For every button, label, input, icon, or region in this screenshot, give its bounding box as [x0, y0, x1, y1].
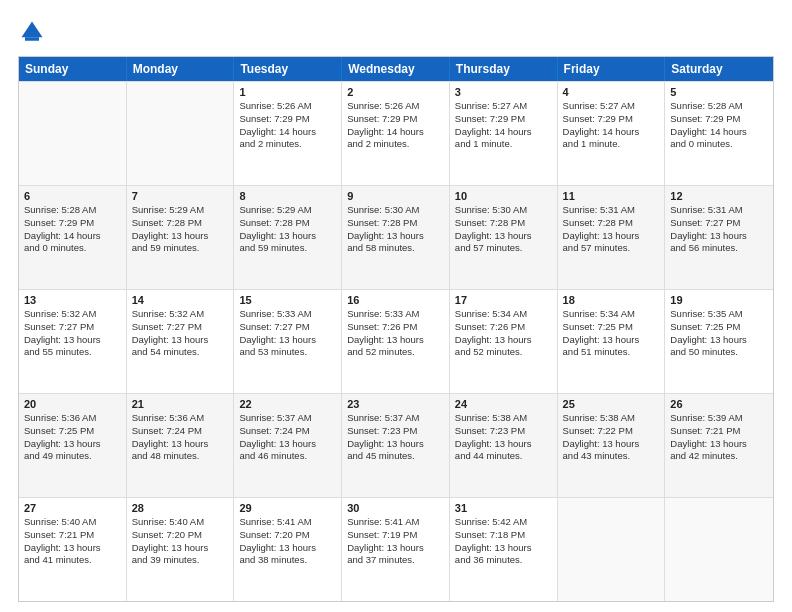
- cell-info-line: Sunrise: 5:38 AM: [563, 412, 660, 425]
- cell-info-line: Daylight: 13 hours: [24, 438, 121, 451]
- cell-info-line: Daylight: 14 hours: [239, 126, 336, 139]
- header-day-friday: Friday: [558, 57, 666, 81]
- day-cell-8: 8Sunrise: 5:29 AMSunset: 7:28 PMDaylight…: [234, 186, 342, 289]
- day-cell-31: 31Sunrise: 5:42 AMSunset: 7:18 PMDayligh…: [450, 498, 558, 601]
- cell-info-line: Sunset: 7:27 PM: [670, 217, 768, 230]
- cell-info-line: and 59 minutes.: [239, 242, 336, 255]
- day-number: 25: [563, 398, 660, 410]
- day-cell-4: 4Sunrise: 5:27 AMSunset: 7:29 PMDaylight…: [558, 82, 666, 185]
- cell-info-line: and 59 minutes.: [132, 242, 229, 255]
- day-number: 19: [670, 294, 768, 306]
- cell-info-line: Sunrise: 5:39 AM: [670, 412, 768, 425]
- cell-info-line: Sunrise: 5:27 AM: [563, 100, 660, 113]
- cell-info-line: Sunset: 7:23 PM: [455, 425, 552, 438]
- cell-info-line: Sunset: 7:29 PM: [455, 113, 552, 126]
- day-cell-19: 19Sunrise: 5:35 AMSunset: 7:25 PMDayligh…: [665, 290, 773, 393]
- day-cell-29: 29Sunrise: 5:41 AMSunset: 7:20 PMDayligh…: [234, 498, 342, 601]
- svg-marker-0: [22, 22, 43, 38]
- cell-info-line: and 52 minutes.: [347, 346, 444, 359]
- cell-info-line: and 42 minutes.: [670, 450, 768, 463]
- day-cell-30: 30Sunrise: 5:41 AMSunset: 7:19 PMDayligh…: [342, 498, 450, 601]
- cell-info-line: and 1 minute.: [455, 138, 552, 151]
- header-day-saturday: Saturday: [665, 57, 773, 81]
- day-cell-25: 25Sunrise: 5:38 AMSunset: 7:22 PMDayligh…: [558, 394, 666, 497]
- cell-info-line: Sunrise: 5:34 AM: [455, 308, 552, 321]
- cell-info-line: and 54 minutes.: [132, 346, 229, 359]
- day-cell-2: 2Sunrise: 5:26 AMSunset: 7:29 PMDaylight…: [342, 82, 450, 185]
- calendar-header: SundayMondayTuesdayWednesdayThursdayFrid…: [19, 57, 773, 81]
- day-number: 22: [239, 398, 336, 410]
- day-cell-21: 21Sunrise: 5:36 AMSunset: 7:24 PMDayligh…: [127, 394, 235, 497]
- day-number: 13: [24, 294, 121, 306]
- cell-info-line: and 55 minutes.: [24, 346, 121, 359]
- cell-info-line: Sunrise: 5:30 AM: [347, 204, 444, 217]
- calendar-body: 1Sunrise: 5:26 AMSunset: 7:29 PMDaylight…: [19, 81, 773, 601]
- cell-info-line: Sunrise: 5:26 AM: [347, 100, 444, 113]
- cell-info-line: and 39 minutes.: [132, 554, 229, 567]
- calendar-row-2: 6Sunrise: 5:28 AMSunset: 7:29 PMDaylight…: [19, 185, 773, 289]
- cell-info-line: Daylight: 13 hours: [347, 230, 444, 243]
- cell-info-line: Sunset: 7:29 PM: [563, 113, 660, 126]
- cell-info-line: and 38 minutes.: [239, 554, 336, 567]
- cell-info-line: Sunset: 7:18 PM: [455, 529, 552, 542]
- logo-icon: [18, 18, 46, 46]
- day-number: 9: [347, 190, 444, 202]
- day-cell-13: 13Sunrise: 5:32 AMSunset: 7:27 PMDayligh…: [19, 290, 127, 393]
- cell-info-line: Sunset: 7:29 PM: [239, 113, 336, 126]
- empty-cell: [19, 82, 127, 185]
- day-number: 1: [239, 86, 336, 98]
- cell-info-line: Daylight: 13 hours: [239, 334, 336, 347]
- cell-info-line: Sunrise: 5:26 AM: [239, 100, 336, 113]
- cell-info-line: Sunrise: 5:40 AM: [132, 516, 229, 529]
- cell-info-line: Sunrise: 5:27 AM: [455, 100, 552, 113]
- cell-info-line: Daylight: 13 hours: [132, 542, 229, 555]
- day-cell-10: 10Sunrise: 5:30 AMSunset: 7:28 PMDayligh…: [450, 186, 558, 289]
- cell-info-line: and 45 minutes.: [347, 450, 444, 463]
- calendar-row-3: 13Sunrise: 5:32 AMSunset: 7:27 PMDayligh…: [19, 289, 773, 393]
- cell-info-line: Daylight: 13 hours: [347, 438, 444, 451]
- cell-info-line: and 2 minutes.: [347, 138, 444, 151]
- day-number: 29: [239, 502, 336, 514]
- cell-info-line: and 37 minutes.: [347, 554, 444, 567]
- cell-info-line: Sunset: 7:21 PM: [24, 529, 121, 542]
- day-number: 14: [132, 294, 229, 306]
- cell-info-line: and 43 minutes.: [563, 450, 660, 463]
- cell-info-line: and 53 minutes.: [239, 346, 336, 359]
- cell-info-line: Sunrise: 5:38 AM: [455, 412, 552, 425]
- cell-info-line: Sunset: 7:27 PM: [24, 321, 121, 334]
- cell-info-line: Daylight: 13 hours: [455, 334, 552, 347]
- cell-info-line: Sunrise: 5:29 AM: [239, 204, 336, 217]
- cell-info-line: Daylight: 14 hours: [347, 126, 444, 139]
- cell-info-line: Sunrise: 5:32 AM: [24, 308, 121, 321]
- cell-info-line: Daylight: 13 hours: [24, 542, 121, 555]
- cell-info-line: Daylight: 13 hours: [455, 438, 552, 451]
- day-number: 11: [563, 190, 660, 202]
- cell-info-line: Sunrise: 5:35 AM: [670, 308, 768, 321]
- cell-info-line: and 36 minutes.: [455, 554, 552, 567]
- cell-info-line: Sunrise: 5:36 AM: [24, 412, 121, 425]
- svg-rect-1: [25, 37, 39, 41]
- cell-info-line: Daylight: 13 hours: [455, 230, 552, 243]
- day-cell-23: 23Sunrise: 5:37 AMSunset: 7:23 PMDayligh…: [342, 394, 450, 497]
- day-number: 12: [670, 190, 768, 202]
- cell-info-line: and 0 minutes.: [24, 242, 121, 255]
- day-cell-15: 15Sunrise: 5:33 AMSunset: 7:27 PMDayligh…: [234, 290, 342, 393]
- cell-info-line: Daylight: 14 hours: [563, 126, 660, 139]
- cell-info-line: Sunrise: 5:36 AM: [132, 412, 229, 425]
- cell-info-line: Sunrise: 5:41 AM: [239, 516, 336, 529]
- calendar: SundayMondayTuesdayWednesdayThursdayFrid…: [18, 56, 774, 602]
- cell-info-line: Daylight: 13 hours: [132, 334, 229, 347]
- cell-info-line: Daylight: 13 hours: [132, 438, 229, 451]
- cell-info-line: Sunset: 7:24 PM: [132, 425, 229, 438]
- cell-info-line: Sunset: 7:26 PM: [455, 321, 552, 334]
- cell-info-line: Daylight: 13 hours: [239, 438, 336, 451]
- cell-info-line: Daylight: 13 hours: [563, 230, 660, 243]
- day-cell-22: 22Sunrise: 5:37 AMSunset: 7:24 PMDayligh…: [234, 394, 342, 497]
- calendar-row-5: 27Sunrise: 5:40 AMSunset: 7:21 PMDayligh…: [19, 497, 773, 601]
- cell-info-line: Daylight: 13 hours: [455, 542, 552, 555]
- day-cell-11: 11Sunrise: 5:31 AMSunset: 7:28 PMDayligh…: [558, 186, 666, 289]
- cell-info-line: Sunrise: 5:42 AM: [455, 516, 552, 529]
- cell-info-line: and 51 minutes.: [563, 346, 660, 359]
- cell-info-line: Sunset: 7:25 PM: [670, 321, 768, 334]
- empty-cell: [665, 498, 773, 601]
